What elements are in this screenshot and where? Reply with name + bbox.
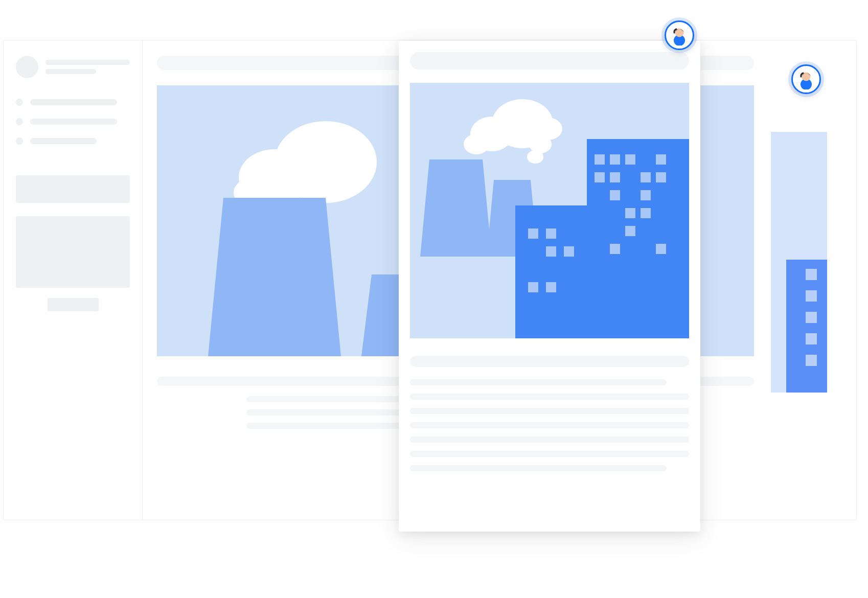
cloud-icon <box>223 106 387 208</box>
card-header-placeholder <box>410 52 689 70</box>
user-avatar-badge[interactable] <box>791 64 821 94</box>
sidebar-item-placeholder <box>16 118 130 125</box>
cooling-tower-icon <box>208 198 341 356</box>
foreground-card <box>399 41 700 532</box>
person-icon <box>669 25 690 45</box>
sidebar-button-placeholder <box>48 298 99 311</box>
svg-marker-11 <box>420 159 492 257</box>
avatar-placeholder <box>16 56 38 78</box>
sidebar-block-placeholder <box>16 175 130 203</box>
factory-building-icon <box>515 139 689 338</box>
paragraph-placeholder <box>410 379 689 471</box>
hero-image-peek <box>771 132 827 393</box>
person-icon <box>796 69 816 89</box>
cooling-tower-icon <box>420 159 492 257</box>
sidebar-block-placeholder <box>16 216 130 288</box>
svg-marker-3 <box>208 198 341 356</box>
svg-point-7 <box>464 134 489 154</box>
subheading-placeholder <box>410 356 689 367</box>
sidebar-item-placeholder <box>16 137 130 145</box>
sidebar-profile <box>16 56 130 78</box>
profile-text-placeholder <box>45 60 130 74</box>
hero-image-industrial <box>410 83 689 338</box>
sidebar-item-placeholder <box>16 99 130 106</box>
user-avatar-badge[interactable] <box>665 20 694 50</box>
factory-building-icon <box>786 260 827 393</box>
sidebar-placeholder <box>4 40 143 520</box>
